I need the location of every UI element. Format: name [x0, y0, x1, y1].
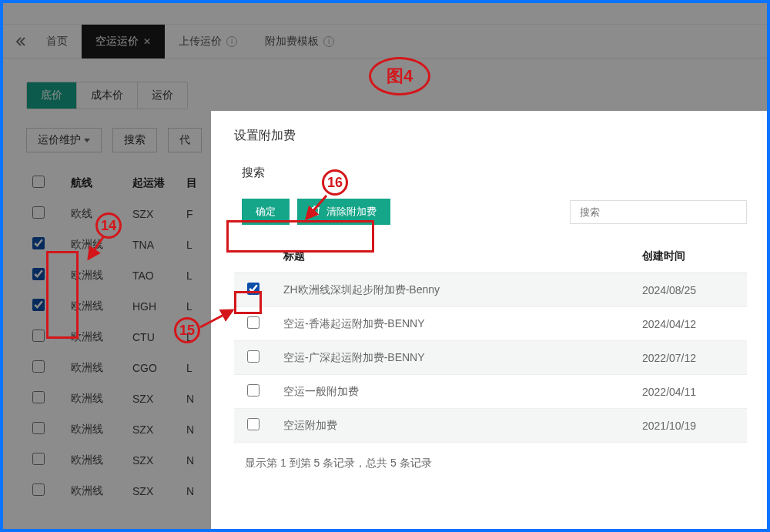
tab-home[interactable]: 首页	[32, 25, 82, 59]
table-row: 欧洲线CGOL	[26, 353, 234, 383]
row-checkbox[interactable]	[247, 350, 259, 363]
tab-upload[interactable]: 上传运价 i	[165, 25, 251, 59]
col-route: 航线	[65, 168, 126, 199]
cell-title: 空运附加费	[273, 409, 631, 443]
cell-route: 欧洲线	[65, 383, 126, 414]
search-button[interactable]: 搜索	[112, 128, 157, 152]
cell-title: 空运-香港起运附加费-BENNY	[273, 307, 631, 341]
chevron-down-icon	[84, 139, 90, 142]
list-item: 空运-香港起运附加费-BENNY2024/04/12	[234, 307, 747, 341]
cell-date: 2021/10/19	[631, 409, 747, 443]
price-type-tabs: 底价 成本价 运价	[26, 82, 188, 109]
tab-label: 上传运价	[179, 35, 222, 49]
cell-title: ZH欧洲线深圳起步附加费-Benny	[273, 273, 631, 307]
cell-route: 欧洲线	[65, 445, 126, 476]
row-checkbox[interactable]	[32, 299, 45, 311]
cell-date: 2022/04/11	[631, 375, 747, 409]
cell-port: CGO	[126, 353, 180, 383]
table-row: 欧洲线SZXN	[26, 414, 234, 445]
cell-port: SZX	[126, 199, 180, 229]
cell-route: 欧洲线	[65, 353, 126, 383]
tab-label: 首页	[46, 35, 68, 49]
modal-section-label: 搜索	[234, 166, 747, 180]
cell-port: TNA	[126, 229, 180, 260]
cell-port: SZX	[126, 383, 180, 414]
annotation-arrow	[199, 307, 237, 330]
surcharge-list-table: 标题 创建时间 ZH欧洲线深圳起步附加费-Benny2024/08/25空运-香…	[234, 240, 747, 443]
row-checkbox[interactable]	[32, 268, 45, 280]
pill-cost-price[interactable]: 成本价	[77, 82, 138, 109]
tab-surcharge-template[interactable]: 附加费模板 i	[251, 25, 348, 59]
modal-title: 设置附加费	[234, 128, 747, 144]
annotation-14: 14	[95, 212, 122, 239]
cell-date: 2024/04/12	[631, 307, 747, 341]
cell-port: CTU	[126, 322, 180, 353]
col-created: 创建时间	[631, 240, 747, 273]
cell-route: 欧洲线	[65, 414, 126, 445]
annotation-box-checkboxes	[46, 251, 79, 339]
cell-title: 空运一般附加费	[273, 375, 631, 409]
records-summary: 显示第 1 到第 5 条记录，总共 5 条记录	[234, 443, 747, 470]
row-checkbox[interactable]	[247, 316, 259, 329]
cell-port: SZX	[126, 414, 180, 445]
row-checkbox[interactable]	[32, 206, 45, 219]
cell-port: HGH	[126, 291, 180, 322]
tab-bar: 首页 空运运价 ✕ 上传运价 i 附加费模板 i	[3, 25, 767, 59]
cell-route: 欧洲线	[65, 476, 126, 507]
row-checkbox[interactable]	[32, 483, 45, 496]
select-all-checkbox[interactable]	[32, 176, 45, 188]
annotation-16: 16	[322, 169, 348, 196]
row-checkbox[interactable]	[32, 237, 45, 249]
row-checkbox[interactable]	[247, 384, 259, 396]
table-row: 欧洲线SZXN	[26, 383, 234, 414]
info-icon: i	[323, 36, 334, 47]
row-checkbox[interactable]	[32, 422, 45, 434]
surcharge-modal: 设置附加费 搜索 确定 清除附加费 标题 创建时间 ZH欧洲线深圳起步附加费-	[211, 111, 770, 532]
annotation-box-buttons	[226, 220, 374, 253]
rate-maintain-dropdown[interactable]: 运价维护	[26, 128, 102, 152]
annotation-figure-label: 图4	[369, 57, 430, 95]
cell-date: 2022/07/12	[631, 341, 747, 375]
annotation-box-modal-checkbox	[234, 291, 262, 314]
table-row: 欧线SZXF	[26, 199, 234, 229]
row-checkbox[interactable]	[32, 391, 45, 403]
button-label: 运价维护	[38, 133, 81, 147]
search-input[interactable]	[570, 200, 747, 224]
row-checkbox[interactable]	[32, 360, 45, 373]
cell-title: 空运-广深起运附加费-BENNY	[273, 341, 631, 375]
button-label: 清除附加费	[326, 206, 377, 217]
col-port: 起运港	[126, 168, 180, 199]
agent-button[interactable]: 代	[168, 128, 202, 152]
row-checkbox[interactable]	[32, 453, 45, 465]
cell-port: SZX	[126, 476, 180, 507]
annotation-arrow	[86, 236, 117, 266]
cell-port: TAO	[126, 260, 180, 291]
row-checkbox[interactable]	[32, 330, 45, 342]
info-icon: i	[226, 36, 237, 47]
close-icon[interactable]: ✕	[143, 36, 151, 47]
tab-label: 空运运价	[95, 35, 139, 49]
row-checkbox[interactable]	[247, 418, 259, 430]
pill-base-price[interactable]: 底价	[27, 82, 77, 109]
list-item: ZH欧洲线深圳起步附加费-Benny2024/08/25	[234, 273, 747, 307]
list-item: 空运-广深起运附加费-BENNY2022/07/12	[234, 341, 747, 375]
table-row: 欧洲线SZXN	[26, 445, 234, 476]
tab-label: 附加费模板	[265, 35, 319, 49]
annotation-15: 15	[174, 317, 200, 343]
pill-rate[interactable]: 运价	[138, 82, 187, 109]
table-row: 欧洲线SZXN	[26, 476, 234, 507]
cell-port: SZX	[126, 445, 180, 476]
list-item: 空运一般附加费2022/04/11	[234, 375, 747, 409]
collapse-tabs-icon[interactable]	[9, 29, 32, 54]
list-item: 空运附加费2021/10/19	[234, 409, 747, 443]
cell-date: 2024/08/25	[631, 273, 747, 307]
tab-airfreight[interactable]: 空运运价 ✕	[82, 25, 165, 59]
